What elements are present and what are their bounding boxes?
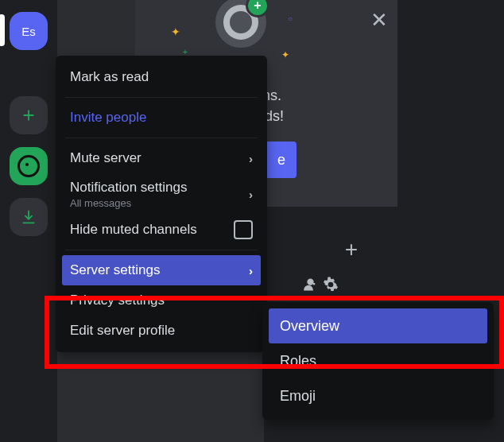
submenu-roles[interactable]: Roles [269, 343, 487, 378]
close-icon[interactable]: ✕ [370, 8, 388, 33]
category-actions [300, 277, 339, 293]
sparkle-icon: ✦ [281, 49, 289, 60]
add-server-button[interactable] [10, 96, 48, 134]
checkbox-unchecked-icon[interactable] [234, 220, 253, 239]
server-context-menu: Mark as read Invite people Mute server› … [56, 56, 267, 352]
menu-separator [65, 250, 258, 250]
server-avatar-placeholder[interactable]: + [211, 0, 271, 52]
server-selection-pill [0, 14, 5, 46]
menu-privacy-settings[interactable]: Privacy settings [62, 285, 261, 316]
plus-icon [20, 107, 37, 124]
gear-icon[interactable] [323, 277, 339, 293]
explore-servers-button[interactable] [10, 147, 48, 185]
server-rail: Es [0, 0, 57, 442]
menu-notification-settings[interactable]: Notification settings All messages › [62, 173, 261, 215]
server-settings-submenu: Overview Roles Emoji [262, 302, 494, 420]
menu-mark-as-read[interactable]: Mark as read [62, 62, 261, 92]
submenu-overview[interactable]: Overview [269, 308, 487, 343]
add-member-icon[interactable] [300, 277, 316, 293]
compass-icon [17, 155, 40, 177]
menu-server-settings[interactable]: Server settings› [62, 255, 261, 285]
menu-hide-muted-channels[interactable]: Hide muted channels [62, 215, 261, 245]
chevron-right-icon: › [249, 264, 253, 277]
menu-invite-people[interactable]: Invite people [62, 103, 261, 133]
submenu-emoji[interactable]: Emoji [269, 378, 487, 413]
menu-mute-server[interactable]: Mute server› [62, 143, 261, 173]
server-es[interactable]: Es [10, 12, 48, 50]
notification-subtext: All messages [70, 197, 131, 209]
menu-separator [65, 138, 258, 138]
menu-separator [65, 97, 258, 98]
download-apps-button[interactable] [10, 198, 48, 236]
chevron-right-icon: › [249, 152, 253, 165]
menu-edit-server-profile[interactable]: Edit server profile [62, 316, 261, 346]
chevron-right-icon: › [249, 188, 253, 201]
sparkle-icon: ✦ [171, 25, 180, 38]
download-icon [20, 208, 37, 226]
server-initials: Es [21, 25, 36, 38]
sparkle-icon: ○ [288, 14, 293, 23]
create-channel-plus-icon[interactable]: + [345, 237, 358, 262]
